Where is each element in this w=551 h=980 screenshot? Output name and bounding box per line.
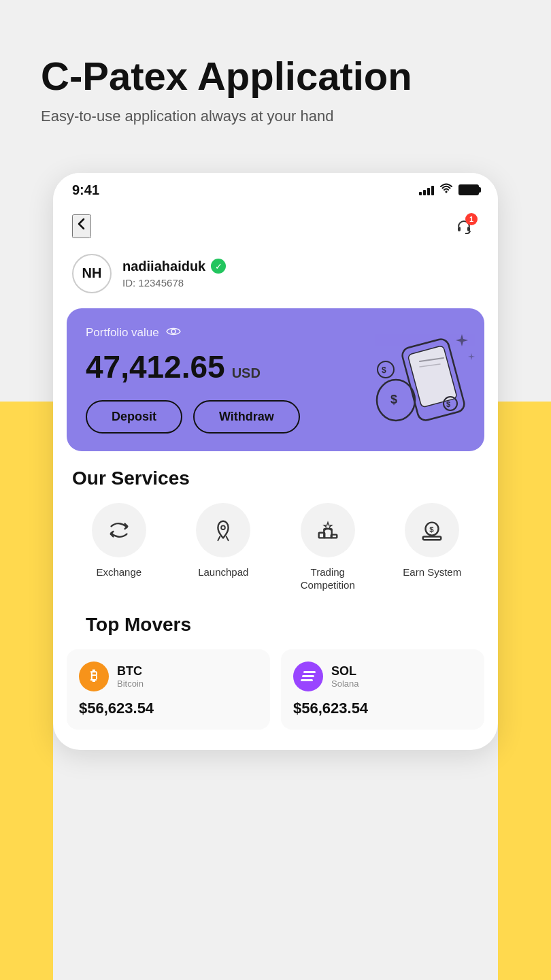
sol-symbol: SOL	[331, 664, 358, 679]
signal-icon	[419, 184, 434, 195]
sol-header: SOL Solana	[293, 662, 472, 691]
service-item-trading-competition[interactable]: Trading Competition	[290, 503, 365, 592]
sol-name: Solana	[331, 679, 358, 689]
phone-mockup-wrapper: 9:41	[0, 173, 551, 750]
nav-bar: 1	[53, 205, 498, 251]
back-button[interactable]	[72, 214, 91, 238]
trading-competition-icon-bg	[301, 503, 355, 557]
svg-text:$: $	[446, 400, 450, 408]
support-button[interactable]: 1	[449, 212, 479, 242]
username: nadiiahaiduk	[122, 259, 205, 274]
btc-symbol: BTC	[117, 664, 144, 679]
svg-point-3	[171, 329, 176, 333]
svg-text:$: $	[429, 525, 434, 534]
status-bar: 9:41	[53, 173, 498, 205]
page-subtitle: Easy-to-use application always at your h…	[41, 108, 510, 125]
portfolio-card: Portfolio value 47,412.65 USD Deposit Wi…	[67, 308, 484, 451]
trading-competition-icon	[315, 517, 341, 543]
status-time: 9:41	[72, 182, 99, 198]
status-icons	[419, 183, 479, 197]
service-item-earn-system[interactable]: $ Earn System	[395, 503, 469, 592]
user-id: ID: 12345678	[122, 277, 226, 289]
sol-card[interactable]: SOL Solana $56,623.54	[281, 649, 484, 730]
sol-icon	[293, 662, 323, 691]
service-item-launchpad[interactable]: Launchpad	[186, 503, 261, 592]
service-item-exchange[interactable]: Exchange	[82, 503, 156, 592]
eye-icon[interactable]	[166, 326, 181, 340]
sol-price: $56,623.54	[293, 700, 472, 717]
notification-badge: 1	[465, 213, 478, 225]
btc-info: BTC Bitcoin	[117, 664, 144, 689]
svg-point-0	[446, 191, 448, 193]
btc-icon: ₿	[79, 662, 109, 691]
svg-rect-21	[423, 536, 441, 540]
launchpad-label: Launchpad	[198, 566, 248, 579]
exchange-icon-bg	[92, 503, 146, 557]
btc-price: $56,623.54	[79, 700, 258, 717]
svg-rect-2	[467, 227, 470, 231]
portfolio-illustration: $ $ $	[355, 308, 484, 438]
btc-name: Bitcoin	[117, 679, 144, 689]
deposit-button[interactable]: Deposit	[86, 400, 182, 434]
exchange-icon	[106, 517, 132, 543]
svg-rect-1	[458, 227, 461, 231]
battery-icon	[458, 184, 479, 195]
launchpad-icon-bg	[196, 503, 250, 557]
earn-system-label: Earn System	[403, 566, 461, 579]
movers-grid: ₿ BTC Bitcoin $56,623.54	[67, 649, 484, 730]
exchange-label: Exchange	[96, 566, 141, 579]
services-section: Our Services Exchange	[53, 468, 498, 592]
page-title: C-Patex Application	[41, 54, 510, 98]
svg-text:$: $	[382, 365, 386, 375]
top-movers-title: Top Movers	[67, 614, 484, 636]
profile-row: NH nadiiahaiduk ✓ ID: 12345678	[53, 251, 498, 306]
verified-badge: ✓	[211, 259, 226, 274]
phone-mockup: 9:41	[53, 173, 498, 750]
trading-competition-label: Trading Competition	[290, 566, 365, 592]
sol-info: SOL Solana	[331, 664, 358, 689]
header-section: C-Patex Application Easy-to-use applicat…	[0, 0, 551, 152]
top-movers-section: Top Movers ₿ BTC Bitcoin $56,623.54	[53, 614, 498, 730]
profile-info: nadiiahaiduk ✓ ID: 12345678	[122, 259, 226, 289]
services-title: Our Services	[53, 468, 498, 489]
withdraw-button[interactable]: Withdraw	[193, 400, 300, 434]
svg-point-15	[221, 525, 225, 529]
btc-card[interactable]: ₿ BTC Bitcoin $56,623.54	[67, 649, 270, 730]
earn-system-icon-bg: $	[405, 503, 459, 557]
launchpad-icon	[210, 517, 236, 543]
username-row: nadiiahaiduk ✓	[122, 259, 226, 274]
services-grid: Exchange Launchpad	[53, 503, 498, 592]
wifi-icon	[439, 183, 453, 197]
avatar: NH	[72, 254, 112, 293]
earn-system-icon: $	[419, 517, 445, 543]
btc-header: ₿ BTC Bitcoin	[79, 662, 258, 691]
svg-text:$: $	[390, 393, 397, 406]
